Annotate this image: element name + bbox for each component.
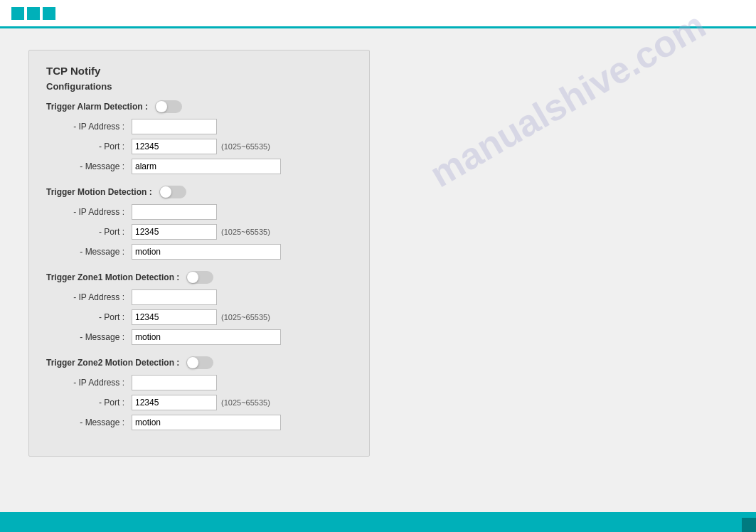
alarm-message-input[interactable]: [132, 159, 281, 174]
motion-toggle-knob: [160, 186, 171, 198]
zone1-message-label: - Message :: [46, 332, 132, 342]
logo-squares: [11, 7, 55, 20]
zone1-message-input[interactable]: [132, 329, 281, 345]
zone2-toggle[interactable]: [186, 356, 213, 369]
zone1-section-label: Trigger Zone1 Motion Detection :: [46, 272, 179, 282]
alarm-message-label: - Message :: [46, 161, 132, 171]
motion-message-label: - Message :: [46, 247, 132, 257]
motion-toggle[interactable]: [159, 186, 186, 198]
zone2-port-hint: (1025~65535): [221, 398, 270, 407]
motion-port-label: - Port :: [46, 227, 132, 237]
main-content: TCP Notify Configurations Trigger Alarm …: [0, 28, 756, 478]
zone1-port-hint: (1025~65535): [221, 313, 270, 321]
alarm-section: Trigger Alarm Detection : - IP Address :…: [46, 100, 352, 174]
zone2-section-header: Trigger Zone2 Motion Detection :: [46, 356, 352, 369]
motion-ip-label: - IP Address :: [46, 207, 132, 217]
top-bar: [0, 0, 756, 28]
alarm-port-hint: (1025~65535): [221, 142, 270, 151]
zone1-message-row: - Message :: [46, 329, 352, 345]
zone2-toggle-knob: [187, 357, 198, 368]
zone1-toggle[interactable]: [186, 271, 213, 284]
zone2-port-row: - Port : (1025~65535): [46, 395, 352, 410]
zone1-ip-label: - IP Address :: [46, 292, 132, 302]
alarm-ip-label: - IP Address :: [46, 122, 132, 132]
alarm-section-header: Trigger Alarm Detection :: [46, 100, 352, 113]
zone1-section: Trigger Zone1 Motion Detection : - IP Ad…: [46, 271, 352, 345]
zone2-message-row: - Message :: [46, 415, 352, 430]
alarm-section-label: Trigger Alarm Detection :: [46, 102, 148, 112]
motion-section: Trigger Motion Detection : - IP Address …: [46, 186, 352, 260]
alarm-ip-input[interactable]: [132, 119, 217, 134]
zone1-port-row: - Port : (1025~65535): [46, 309, 352, 325]
alarm-ip-row: - IP Address :: [46, 119, 352, 134]
bottom-bar-corner: [742, 518, 756, 532]
zone2-port-input[interactable]: [132, 395, 217, 410]
zone2-ip-input[interactable]: [132, 375, 217, 390]
motion-port-input[interactable]: [132, 224, 217, 240]
card-title: TCP Notify: [46, 65, 352, 77]
zone2-message-input[interactable]: [132, 415, 281, 430]
motion-section-label: Trigger Motion Detection :: [46, 187, 152, 197]
zone1-port-input[interactable]: [132, 309, 217, 325]
alarm-toggle[interactable]: [155, 100, 182, 113]
card: TCP Notify Configurations Trigger Alarm …: [28, 50, 370, 457]
bottom-bar: [0, 512, 756, 532]
zone2-message-label: - Message :: [46, 417, 132, 427]
zone1-ip-input[interactable]: [132, 289, 217, 305]
zone2-section-label: Trigger Zone2 Motion Detection :: [46, 358, 179, 368]
zone2-ip-row: - IP Address :: [46, 375, 352, 390]
card-subtitle: Configurations: [46, 81, 352, 92]
zone1-ip-row: - IP Address :: [46, 289, 352, 305]
square-3: [43, 7, 55, 20]
square-2: [27, 7, 40, 20]
zone2-ip-label: - IP Address :: [46, 378, 132, 388]
motion-port-row: - Port : (1025~65535): [46, 224, 352, 240]
zone1-port-label: - Port :: [46, 312, 132, 322]
alarm-message-row: - Message :: [46, 159, 352, 174]
zone2-section: Trigger Zone2 Motion Detection : - IP Ad…: [46, 356, 352, 430]
motion-section-header: Trigger Motion Detection :: [46, 186, 352, 198]
alarm-port-input[interactable]: [132, 139, 217, 154]
motion-message-row: - Message :: [46, 244, 352, 260]
motion-ip-input[interactable]: [132, 204, 217, 220]
zone2-port-label: - Port :: [46, 398, 132, 408]
alarm-port-row: - Port : (1025~65535): [46, 139, 352, 154]
zone1-toggle-knob: [187, 272, 198, 283]
motion-message-input[interactable]: [132, 244, 281, 260]
motion-ip-row: - IP Address :: [46, 204, 352, 220]
alarm-port-label: - Port :: [46, 142, 132, 151]
zone1-section-header: Trigger Zone1 Motion Detection :: [46, 271, 352, 284]
square-1: [11, 7, 24, 20]
alarm-toggle-knob: [156, 101, 167, 112]
motion-port-hint: (1025~65535): [221, 228, 270, 236]
